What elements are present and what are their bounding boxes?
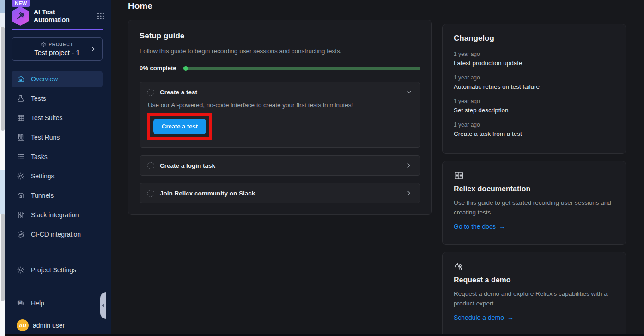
background-window-edge bbox=[0, 0, 5, 336]
sidebar-nav-secondary: Project Settings bbox=[12, 262, 103, 281]
changelog-card: Changelog 1 year ago Latest production u… bbox=[442, 24, 626, 154]
main-content: Home Setup guide Follow this guide to be… bbox=[111, 0, 644, 336]
changelog-entry: 1 year ago Create a task from a test bbox=[454, 122, 614, 137]
arrow-right-icon: → bbox=[499, 223, 505, 230]
sidebar-item-slack-integration[interactable]: Slack integration bbox=[12, 207, 103, 223]
sidebar-item-test-suites[interactable]: Test Suites bbox=[12, 110, 103, 126]
list-icon bbox=[17, 153, 25, 161]
documentation-title: Relicx documentation bbox=[454, 185, 614, 193]
chevron-right-icon bbox=[405, 162, 413, 169]
setup-guide-card: Setup guide Follow this guide to begin r… bbox=[128, 20, 432, 215]
sidebar-item-project-settings[interactable]: Project Settings bbox=[12, 262, 103, 278]
progress-indicator bbox=[183, 66, 188, 71]
setup-step-create-login-task[interactable]: Create a login task bbox=[140, 155, 420, 176]
sidebar: NEW AI Test Automation bbox=[5, 0, 111, 336]
chevron-down-icon[interactable] bbox=[405, 88, 413, 96]
changelog-text: Automatic retries on test failure bbox=[454, 83, 614, 90]
changelog-text: Latest production update bbox=[454, 60, 614, 67]
sidebar-item-tests[interactable]: Tests bbox=[12, 90, 103, 107]
go-to-docs-link[interactable]: Go to the docs → bbox=[454, 223, 505, 230]
changelog-text: Create a task from a test bbox=[454, 130, 614, 137]
changelog-entry: 1 year ago Automatic retries on test fai… bbox=[454, 74, 614, 90]
request-demo-description: Request a demo and explore Relicx's capa… bbox=[454, 289, 614, 308]
setup-step-create-test: Create a test Use our AI-powered, no-cod… bbox=[140, 82, 420, 148]
link-label: Go to the docs bbox=[454, 223, 496, 230]
chevron-right-icon bbox=[405, 189, 413, 197]
sidebar-item-label: Test Suites bbox=[31, 114, 62, 122]
setup-step-join-slack[interactable]: Join Relicx community on Slack bbox=[140, 183, 420, 203]
flask-icon bbox=[17, 94, 25, 103]
gear-icon bbox=[17, 172, 25, 180]
avatar: AU bbox=[17, 319, 29, 331]
sidebar-item-tasks[interactable]: Tasks bbox=[12, 148, 103, 165]
setup-progress: 0% complete bbox=[140, 65, 420, 72]
collapse-arrow-icon bbox=[102, 303, 104, 308]
page-title: Home bbox=[128, 1, 152, 11]
sidebar-nav: Overview Tests Test Suites Test R bbox=[12, 71, 103, 245]
gavel-icon bbox=[15, 11, 26, 22]
sliders-icon bbox=[17, 211, 25, 219]
app-title: AI Test Automation bbox=[34, 8, 70, 24]
setup-step-title: Join Relicx community on Slack bbox=[160, 190, 255, 197]
sidebar-item-settings[interactable]: Settings bbox=[12, 168, 103, 184]
sidebar-item-help[interactable]: ? Help bbox=[12, 295, 103, 312]
setup-guide-description: Follow this guide to begin recording use… bbox=[140, 48, 420, 55]
changelog-entry: 1 year ago Latest production update bbox=[454, 51, 614, 67]
sidebar-item-label: Test Runs bbox=[31, 134, 60, 141]
project-selector[interactable]: PROJECT Test project - 1 bbox=[12, 37, 103, 61]
pipeline-icon bbox=[17, 230, 25, 238]
project-name: Test project - 1 bbox=[34, 49, 79, 56]
svg-text:?: ? bbox=[19, 301, 21, 304]
incomplete-step-icon bbox=[147, 190, 154, 197]
background-window-header bbox=[0, 0, 5, 13]
create-a-test-button[interactable]: Create a test bbox=[153, 119, 206, 134]
sidebar-item-label: Tasks bbox=[31, 153, 48, 160]
project-label: PROJECT bbox=[41, 42, 73, 47]
background-window-selection bbox=[0, 170, 5, 214]
sidebar-item-test-runs[interactable]: Test Runs bbox=[12, 129, 103, 146]
request-demo-card: Request a demo Request a demo and explor… bbox=[442, 252, 626, 336]
changelog-time: 1 year ago bbox=[454, 51, 614, 57]
changelog-time: 1 year ago bbox=[454, 74, 614, 81]
progress-bar bbox=[183, 67, 420, 70]
request-demo-title: Request a demo bbox=[454, 276, 614, 284]
setup-step-header[interactable]: Create a test bbox=[147, 88, 413, 96]
grid-table-icon bbox=[17, 114, 25, 122]
brand-header: AI Test Automation bbox=[12, 6, 104, 26]
sidebar-item-cicd-integration[interactable]: CI-CD integration bbox=[12, 226, 103, 243]
incomplete-step-icon bbox=[147, 89, 154, 96]
user-name: admin user bbox=[33, 322, 65, 329]
sidebar-footer: ? Help AU admin user bbox=[5, 285, 111, 336]
background-window-toolbar bbox=[0, 13, 5, 27]
incomplete-step-icon bbox=[147, 162, 154, 169]
book-icon bbox=[454, 171, 464, 181]
sidebar-item-label: Overview bbox=[31, 75, 58, 83]
sidebar-item-label: Help bbox=[31, 299, 44, 307]
setup-step-title: Create a login task bbox=[160, 162, 215, 169]
sidebar-item-label: Slack integration bbox=[31, 211, 79, 219]
columns-icon bbox=[17, 133, 25, 141]
sidebar-item-label: Project Settings bbox=[31, 266, 76, 274]
user-menu[interactable]: AU admin user bbox=[17, 319, 65, 331]
apps-grid-icon[interactable] bbox=[97, 12, 104, 20]
sidebar-item-label: Settings bbox=[31, 172, 55, 180]
setup-step-description: Use our AI-powered, no-code interface to… bbox=[148, 102, 413, 109]
sidebar-item-overview[interactable]: Overview bbox=[12, 71, 103, 87]
window-bottom-edge bbox=[5, 334, 644, 336]
changelog-entry: 1 year ago Set step description bbox=[454, 98, 614, 114]
changelog-time: 1 year ago bbox=[454, 98, 614, 104]
changelog-text: Set step description bbox=[454, 107, 614, 114]
annotation-highlight-box: Create a test bbox=[147, 113, 212, 140]
sidebar-item-label: CI-CD integration bbox=[31, 231, 81, 238]
cube-icon bbox=[41, 42, 46, 47]
sidebar-item-label: Tests bbox=[31, 95, 46, 102]
chevron-right-icon bbox=[90, 46, 97, 52]
brand-divider bbox=[12, 29, 103, 30]
sidebar-item-tunnels[interactable]: Tunnels bbox=[12, 187, 103, 204]
sidebar-collapse-handle[interactable] bbox=[100, 292, 106, 319]
home-icon bbox=[17, 75, 25, 83]
arrow-right-icon: → bbox=[507, 314, 514, 321]
schedule-demo-link[interactable]: Schedule a demo → bbox=[454, 314, 514, 321]
help-chat-icon: ? bbox=[17, 299, 25, 307]
progress-label: 0% complete bbox=[140, 65, 176, 72]
